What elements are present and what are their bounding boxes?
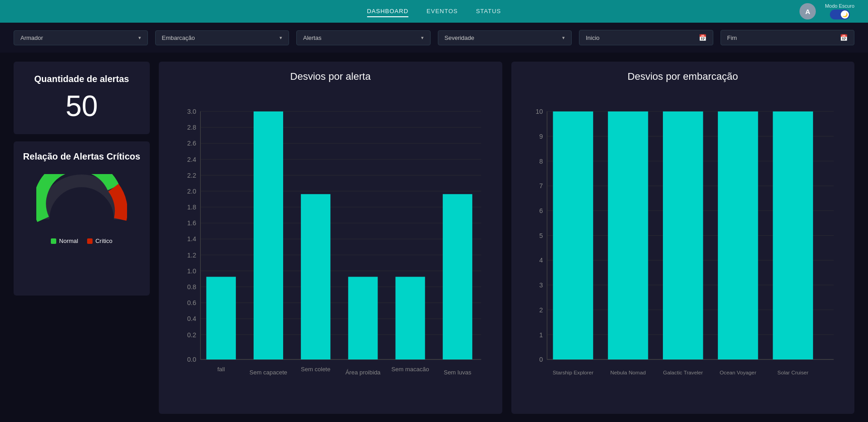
header-right: A Modo Escuro 🌙 xyxy=(799,3,854,19)
bar-fall xyxy=(206,277,236,359)
left-panel: Quantidade de alertas 50 Relação de Aler… xyxy=(14,62,150,414)
bar-sem-luvas xyxy=(443,194,472,359)
nav-eventos[interactable]: EVENTOS xyxy=(427,6,458,17)
chart-by-alert-body: 3.0 2.8 2.6 2.4 2.2 2.0 xyxy=(168,90,493,405)
dark-mode-toggle[interactable]: 🌙 xyxy=(830,10,850,19)
chart-by-vessel-svg: 10 9 8 7 6 5 4 3 2 xyxy=(520,90,846,405)
chart-by-alert-svg: 3.0 2.8 2.6 2.4 2.2 2.0 xyxy=(168,90,493,405)
bar-sem-colete xyxy=(301,194,330,359)
fim-calendar-icon: 📅 xyxy=(840,34,848,41)
svg-text:5: 5 xyxy=(539,232,543,239)
header: DASHBOARD EVENTOS STATUS A Modo Escuro 🌙 xyxy=(0,0,868,23)
svg-text:1: 1 xyxy=(539,331,543,339)
severidade-chevron-icon: ▾ xyxy=(562,35,565,41)
svg-text:Nebula Nomad: Nebula Nomad xyxy=(610,369,646,375)
alert-count-value: 50 xyxy=(65,89,98,123)
svg-text:2.8: 2.8 xyxy=(187,124,196,131)
bar-solar-cruiser xyxy=(773,112,813,359)
svg-text:1.6: 1.6 xyxy=(187,219,196,227)
svg-text:9: 9 xyxy=(539,133,543,140)
svg-text:2: 2 xyxy=(539,306,543,314)
svg-text:10: 10 xyxy=(535,108,543,115)
svg-text:0.8: 0.8 xyxy=(187,283,196,291)
svg-text:3.0: 3.0 xyxy=(187,108,196,115)
svg-text:2.0: 2.0 xyxy=(187,188,196,195)
filters-row: Armador ▾ Embarcação ▾ Alertas ▾ Severid… xyxy=(0,23,868,53)
svg-text:0: 0 xyxy=(539,356,543,363)
svg-text:8: 8 xyxy=(539,158,543,165)
svg-text:Sem luvas: Sem luvas xyxy=(444,369,471,376)
critical-alerts-title: Relação de Alertas Críticos xyxy=(23,150,140,162)
legend-critico-item: Crítico xyxy=(87,238,113,244)
svg-text:2.4: 2.4 xyxy=(187,156,196,163)
legend-normal-label: Normal xyxy=(59,238,78,244)
armador-label: Armador xyxy=(20,34,43,41)
svg-text:Galactic Traveler: Galactic Traveler xyxy=(663,369,703,375)
chart-by-vessel-card: Desvios por embarcação 10 9 8 7 xyxy=(511,62,855,414)
chart-by-vessel-title: Desvios por embarcação xyxy=(520,71,846,82)
legend-normal-dot xyxy=(51,238,56,244)
embarcacao-select[interactable]: Embarcação ▾ xyxy=(155,30,289,45)
legend-critico-label: Crítico xyxy=(95,238,113,244)
svg-text:Solar Cruiser: Solar Cruiser xyxy=(777,369,808,375)
svg-text:1.2: 1.2 xyxy=(187,252,196,259)
svg-text:1.4: 1.4 xyxy=(187,235,196,243)
dark-mode-label: Modo Escuro xyxy=(825,3,854,9)
dark-mode-toggle-container: Modo Escuro 🌙 xyxy=(825,3,854,19)
alert-count-title: Quantidade de alertas xyxy=(34,73,129,85)
svg-text:4: 4 xyxy=(539,257,543,264)
svg-text:Sem capacete: Sem capacete xyxy=(250,369,287,376)
alertas-select[interactable]: Alertas ▾ xyxy=(296,30,431,45)
svg-text:3: 3 xyxy=(539,281,543,289)
svg-text:Sem macacão: Sem macacão xyxy=(392,366,429,373)
gauge-svg xyxy=(36,174,127,224)
main-nav: DASHBOARD EVENTOS STATUS xyxy=(367,6,501,17)
severidade-select[interactable]: Severidade ▾ xyxy=(438,30,572,45)
alertas-label: Alertas xyxy=(303,34,321,41)
toggle-knob: 🌙 xyxy=(841,10,849,19)
bar-area-proibida xyxy=(348,277,378,359)
svg-text:0.2: 0.2 xyxy=(187,331,196,339)
armador-chevron-icon: ▾ xyxy=(138,35,141,41)
inicio-date[interactable]: Inicio 📅 xyxy=(579,30,713,45)
gauge-legend: Normal Crítico xyxy=(51,238,112,244)
svg-text:7: 7 xyxy=(539,182,543,189)
svg-text:Ocean Voyager: Ocean Voyager xyxy=(720,369,756,375)
svg-text:1.0: 1.0 xyxy=(187,267,196,275)
gauge-container xyxy=(36,174,127,224)
bar-nebula-nomad xyxy=(608,112,648,359)
svg-text:Sem colete: Sem colete xyxy=(301,366,330,373)
charts-area: Desvios por alerta 3.0 2.8 2.6 xyxy=(159,62,854,414)
svg-text:6: 6 xyxy=(539,207,543,214)
alertas-chevron-icon: ▾ xyxy=(421,35,424,41)
svg-text:Área proibida: Área proibida xyxy=(345,369,381,376)
svg-text:0.0: 0.0 xyxy=(187,356,196,363)
fim-date[interactable]: Fim 📅 xyxy=(721,30,855,45)
bar-ocean-voyager xyxy=(718,112,758,359)
svg-text:Starship Explorer: Starship Explorer xyxy=(552,369,593,375)
nav-status[interactable]: STATUS xyxy=(476,6,501,17)
critical-alerts-card: Relação de Alertas Críticos Normal xyxy=(14,141,150,296)
svg-text:2.2: 2.2 xyxy=(187,172,196,179)
svg-text:2.6: 2.6 xyxy=(187,140,196,147)
legend-critico-dot xyxy=(87,238,93,244)
embarcacao-chevron-icon: ▾ xyxy=(280,35,282,41)
svg-text:0.4: 0.4 xyxy=(187,315,196,322)
svg-text:1.8: 1.8 xyxy=(187,204,196,211)
severidade-label: Severidade xyxy=(445,34,475,41)
embarcacao-label: Embarcação xyxy=(162,34,195,41)
avatar[interactable]: A xyxy=(799,3,816,19)
chart-by-alert-title: Desvios por alerta xyxy=(168,71,493,82)
chart-by-alert-card: Desvios por alerta 3.0 2.8 2.6 xyxy=(159,62,502,414)
bar-galactic-traveler xyxy=(662,112,703,359)
inicio-label: Inicio xyxy=(586,34,599,41)
fim-label: Fim xyxy=(727,34,737,41)
main-content: Quantidade de alertas 50 Relação de Aler… xyxy=(0,53,868,422)
nav-dashboard[interactable]: DASHBOARD xyxy=(367,6,408,17)
svg-text:fall: fall xyxy=(217,366,225,373)
svg-text:0.6: 0.6 xyxy=(187,299,196,306)
legend-normal-item: Normal xyxy=(51,238,78,244)
alert-count-card: Quantidade de alertas 50 xyxy=(14,62,150,134)
chart-by-vessel-body: 10 9 8 7 6 5 4 3 2 xyxy=(520,90,846,405)
armador-select[interactable]: Armador ▾ xyxy=(14,30,148,45)
